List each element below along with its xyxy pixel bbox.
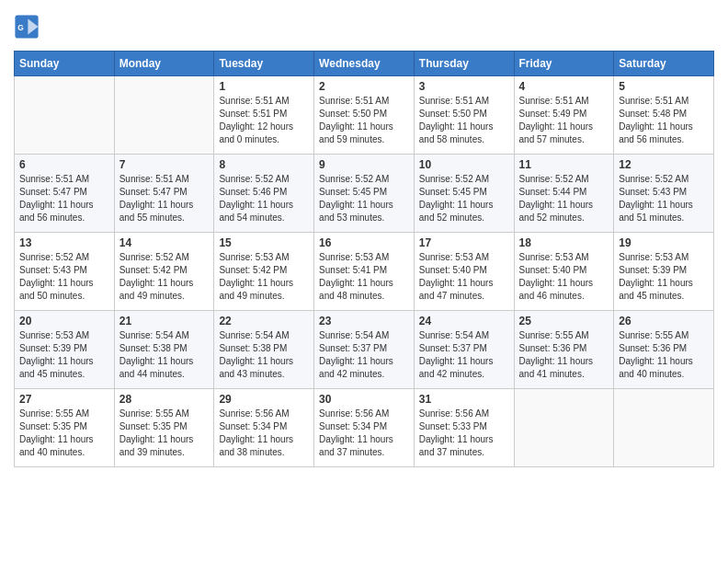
day-number: 5 (619, 80, 709, 93)
day-detail: Sunrise: 5:53 AM Sunset: 5:40 PM Dayligh… (519, 251, 609, 303)
day-detail: Sunrise: 5:56 AM Sunset: 5:34 PM Dayligh… (319, 408, 409, 459)
day-number: 12 (619, 158, 709, 171)
calendar-cell: 10Sunrise: 5:52 AM Sunset: 5:45 PM Dayli… (414, 155, 514, 233)
calendar-cell: 23Sunrise: 5:54 AM Sunset: 5:37 PM Dayli… (314, 311, 415, 389)
day-number: 10 (419, 158, 509, 171)
day-detail: Sunrise: 5:55 AM Sunset: 5:36 PM Dayligh… (619, 329, 709, 381)
calendar-cell: 2Sunrise: 5:51 AM Sunset: 5:50 PM Daylig… (314, 76, 415, 155)
day-number: 16 (319, 236, 409, 249)
calendar-cell: 1Sunrise: 5:51 AM Sunset: 5:51 PM Daylig… (214, 76, 314, 155)
day-detail: Sunrise: 5:52 AM Sunset: 5:46 PM Dayligh… (219, 173, 309, 224)
calendar-cell: 12Sunrise: 5:52 AM Sunset: 5:43 PM Dayli… (614, 155, 714, 233)
calendar-cell (114, 76, 214, 155)
day-number: 7 (119, 158, 210, 171)
day-detail: Sunrise: 5:55 AM Sunset: 5:35 PM Dayligh… (119, 408, 210, 459)
logo-icon: G (14, 14, 40, 40)
day-number: 2 (319, 80, 409, 93)
calendar-cell: 22Sunrise: 5:54 AM Sunset: 5:38 PM Dayli… (214, 311, 314, 389)
calendar-cell: 4Sunrise: 5:51 AM Sunset: 5:49 PM Daylig… (514, 76, 614, 155)
weekday-header-friday: Friday (514, 52, 614, 76)
day-detail: Sunrise: 5:56 AM Sunset: 5:34 PM Dayligh… (219, 408, 309, 459)
calendar-table: SundayMondayTuesdayWednesdayThursdayFrid… (14, 51, 714, 467)
calendar-cell: 18Sunrise: 5:53 AM Sunset: 5:40 PM Dayli… (514, 233, 614, 311)
calendar-cell: 30Sunrise: 5:56 AM Sunset: 5:34 PM Dayli… (314, 389, 415, 467)
day-number: 6 (19, 158, 109, 171)
calendar-cell: 16Sunrise: 5:53 AM Sunset: 5:41 PM Dayli… (314, 233, 415, 311)
day-number: 18 (519, 236, 609, 249)
day-detail: Sunrise: 5:51 AM Sunset: 5:51 PM Dayligh… (219, 95, 309, 146)
day-detail: Sunrise: 5:54 AM Sunset: 5:38 PM Dayligh… (219, 329, 309, 381)
weekday-header-thursday: Thursday (414, 52, 514, 76)
day-detail: Sunrise: 5:52 AM Sunset: 5:45 PM Dayligh… (319, 173, 409, 224)
calendar-cell: 3Sunrise: 5:51 AM Sunset: 5:50 PM Daylig… (414, 76, 514, 155)
calendar-cell: 9Sunrise: 5:52 AM Sunset: 5:45 PM Daylig… (314, 155, 415, 233)
day-detail: Sunrise: 5:56 AM Sunset: 5:33 PM Dayligh… (419, 408, 509, 459)
logo: G (14, 14, 43, 40)
day-detail: Sunrise: 5:54 AM Sunset: 5:37 PM Dayligh… (319, 329, 409, 381)
day-number: 9 (319, 158, 409, 171)
weekday-header-saturday: Saturday (614, 52, 714, 76)
day-number: 31 (419, 393, 509, 406)
calendar-cell: 13Sunrise: 5:52 AM Sunset: 5:43 PM Dayli… (15, 233, 115, 311)
day-detail: Sunrise: 5:51 AM Sunset: 5:47 PM Dayligh… (19, 173, 109, 224)
day-number: 17 (419, 236, 509, 249)
day-number: 15 (219, 236, 309, 249)
day-number: 8 (219, 158, 309, 171)
header-row: SundayMondayTuesdayWednesdayThursdayFrid… (15, 52, 714, 76)
day-number: 29 (219, 393, 309, 406)
day-number: 14 (119, 236, 210, 249)
day-number: 11 (519, 158, 609, 171)
day-number: 13 (19, 236, 109, 249)
week-row-3: 13Sunrise: 5:52 AM Sunset: 5:43 PM Dayli… (15, 233, 714, 311)
calendar-cell: 17Sunrise: 5:53 AM Sunset: 5:40 PM Dayli… (414, 233, 514, 311)
day-detail: Sunrise: 5:53 AM Sunset: 5:42 PM Dayligh… (219, 251, 309, 303)
weekday-header-tuesday: Tuesday (214, 52, 314, 76)
weekday-header-sunday: Sunday (15, 52, 115, 76)
week-row-4: 20Sunrise: 5:53 AM Sunset: 5:39 PM Dayli… (15, 311, 714, 389)
day-detail: Sunrise: 5:53 AM Sunset: 5:39 PM Dayligh… (19, 329, 109, 381)
day-number: 24 (419, 315, 509, 327)
day-number: 4 (519, 80, 609, 93)
calendar-cell: 29Sunrise: 5:56 AM Sunset: 5:34 PM Dayli… (214, 389, 314, 467)
day-detail: Sunrise: 5:53 AM Sunset: 5:39 PM Dayligh… (619, 251, 709, 303)
day-detail: Sunrise: 5:52 AM Sunset: 5:43 PM Dayligh… (619, 173, 709, 224)
calendar-cell: 19Sunrise: 5:53 AM Sunset: 5:39 PM Dayli… (614, 233, 714, 311)
calendar-cell: 14Sunrise: 5:52 AM Sunset: 5:42 PM Dayli… (114, 233, 214, 311)
day-number: 22 (219, 315, 309, 327)
day-number: 28 (119, 393, 210, 406)
calendar-cell: 7Sunrise: 5:51 AM Sunset: 5:47 PM Daylig… (114, 155, 214, 233)
calendar-cell (15, 76, 115, 155)
day-number: 19 (619, 236, 709, 249)
page-header: G (14, 14, 714, 40)
day-detail: Sunrise: 5:55 AM Sunset: 5:35 PM Dayligh… (19, 408, 109, 459)
calendar-cell: 25Sunrise: 5:55 AM Sunset: 5:36 PM Dayli… (514, 311, 614, 389)
calendar-cell: 11Sunrise: 5:52 AM Sunset: 5:44 PM Dayli… (514, 155, 614, 233)
day-number: 3 (419, 80, 509, 93)
calendar-cell: 24Sunrise: 5:54 AM Sunset: 5:37 PM Dayli… (414, 311, 514, 389)
calendar-cell: 28Sunrise: 5:55 AM Sunset: 5:35 PM Dayli… (114, 389, 214, 467)
calendar-cell (614, 389, 714, 467)
day-detail: Sunrise: 5:53 AM Sunset: 5:40 PM Dayligh… (419, 251, 509, 303)
day-detail: Sunrise: 5:52 AM Sunset: 5:44 PM Dayligh… (519, 173, 609, 224)
day-detail: Sunrise: 5:51 AM Sunset: 5:48 PM Dayligh… (619, 95, 709, 146)
day-detail: Sunrise: 5:52 AM Sunset: 5:42 PM Dayligh… (119, 251, 210, 303)
weekday-header-monday: Monday (114, 52, 214, 76)
calendar-cell: 6Sunrise: 5:51 AM Sunset: 5:47 PM Daylig… (15, 155, 115, 233)
day-detail: Sunrise: 5:51 AM Sunset: 5:50 PM Dayligh… (319, 95, 409, 146)
day-detail: Sunrise: 5:54 AM Sunset: 5:38 PM Dayligh… (119, 329, 210, 381)
week-row-5: 27Sunrise: 5:55 AM Sunset: 5:35 PM Dayli… (15, 389, 714, 467)
day-detail: Sunrise: 5:55 AM Sunset: 5:36 PM Dayligh… (519, 329, 609, 381)
svg-text:G: G (17, 23, 24, 32)
day-number: 1 (219, 80, 309, 93)
day-number: 26 (619, 315, 709, 327)
week-row-2: 6Sunrise: 5:51 AM Sunset: 5:47 PM Daylig… (15, 155, 714, 233)
day-number: 21 (119, 315, 210, 327)
day-detail: Sunrise: 5:53 AM Sunset: 5:41 PM Dayligh… (319, 251, 409, 303)
day-detail: Sunrise: 5:51 AM Sunset: 5:47 PM Dayligh… (119, 173, 210, 224)
day-detail: Sunrise: 5:52 AM Sunset: 5:43 PM Dayligh… (19, 251, 109, 303)
day-detail: Sunrise: 5:51 AM Sunset: 5:50 PM Dayligh… (419, 95, 509, 146)
calendar-cell: 26Sunrise: 5:55 AM Sunset: 5:36 PM Dayli… (614, 311, 714, 389)
day-number: 25 (519, 315, 609, 327)
calendar-cell: 8Sunrise: 5:52 AM Sunset: 5:46 PM Daylig… (214, 155, 314, 233)
calendar-cell: 15Sunrise: 5:53 AM Sunset: 5:42 PM Dayli… (214, 233, 314, 311)
